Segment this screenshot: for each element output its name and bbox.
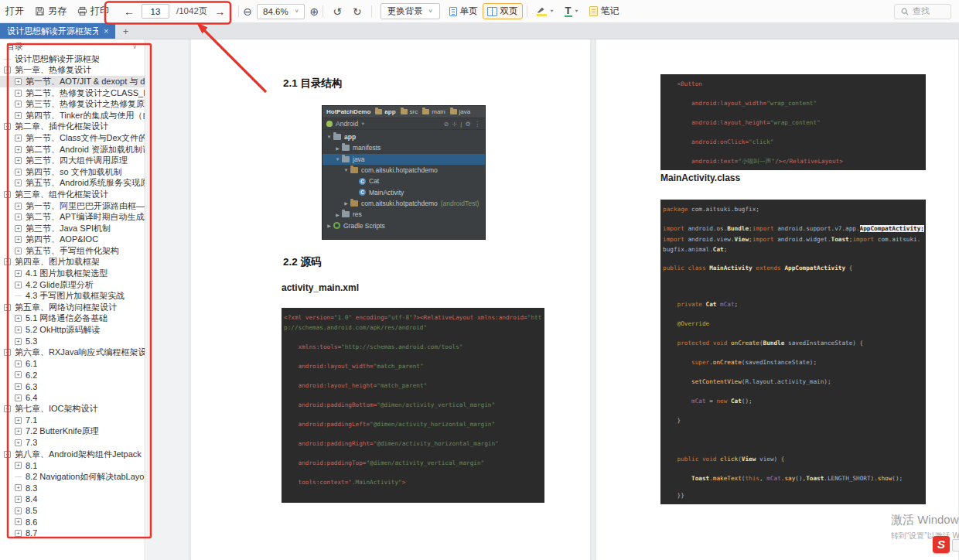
expand-icon[interactable]: + [4, 191, 11, 198]
expand-icon[interactable]: + [4, 405, 11, 412]
toc-item[interactable]: +第四章、图片加载框架 [0, 257, 145, 268]
expand-icon[interactable]: + [15, 462, 22, 469]
expand-icon[interactable]: + [15, 169, 22, 176]
toc-item[interactable]: +第一章、热修复设计 [0, 65, 145, 77]
print-button[interactable]: 打印 [72, 0, 114, 23]
toc-item[interactable]: +8.1 [0, 459, 145, 471]
expand-icon[interactable]: + [15, 530, 22, 537]
expand-icon[interactable]: + [15, 248, 22, 254]
expand-icon[interactable]: + [15, 518, 22, 525]
notes-button[interactable]: 笔记 [584, 0, 625, 23]
sogou-input-badge[interactable]: S [933, 536, 950, 553]
toc-item[interactable]: +第六章、RXJava响应式编程框架设计 [0, 347, 145, 358]
text-color-tool-button[interactable]: T ▾ [559, 0, 584, 23]
expand-icon[interactable]: + [15, 112, 22, 119]
toc-collapse-icon[interactable]: ∨ [132, 43, 137, 50]
open-button[interactable]: 打开 [0, 0, 29, 23]
tab-close-icon[interactable]: × [104, 27, 108, 36]
page-number-input[interactable] [142, 4, 169, 19]
highlighter-tool-button[interactable]: ▾ [531, 0, 559, 23]
expand-icon[interactable]: + [15, 179, 22, 186]
expand-icon[interactable]: + [15, 157, 22, 164]
toc-item[interactable]: +5.2 OkHttp源码解读 [0, 324, 145, 336]
expand-icon[interactable]: + [4, 67, 11, 73]
toc-item[interactable]: +第五节、手写组件化架构 [0, 245, 145, 257]
toc-item[interactable]: +第二节、热修复设计之CLASS_ISPREVER [0, 87, 145, 99]
expand-icon[interactable]: + [15, 417, 22, 424]
expand-icon[interactable]: + [15, 507, 22, 514]
toc-item[interactable]: +第一节、阿里巴巴开源路由框——ARout [0, 200, 145, 212]
toc-item[interactable]: +6.4 [0, 392, 145, 404]
toc-item[interactable]: +第一节、Class文件与Dex文件的结构解读 [0, 132, 145, 144]
expand-icon[interactable]: + [15, 315, 22, 322]
toc-item[interactable]: +第三节、热修复设计之热修复原理 [0, 98, 145, 110]
toc-item[interactable]: —4.3 手写图片加载框架实战 [0, 290, 145, 302]
expand-icon[interactable]: + [15, 270, 22, 277]
expand-icon[interactable]: + [15, 135, 22, 142]
toc-item[interactable]: —8.2 Navigation如何解决tabLayout问题 [0, 471, 145, 483]
toc-item[interactable]: +第八章、Android架构组件Jetpack [0, 449, 145, 460]
change-background-button[interactable]: 更换背景 ∨ [381, 3, 440, 19]
toc-item[interactable]: +4.1 图片加载框架选型 [0, 268, 145, 279]
zoom-out-button[interactable]: ⊖ [243, 6, 252, 17]
toc-item[interactable]: +6.3 [0, 381, 145, 392]
zoom-in-button[interactable]: ⊕ [309, 6, 319, 17]
toc-item[interactable]: +第五节、Android系统服务实现原理 [0, 178, 145, 190]
expand-icon[interactable]: + [15, 338, 22, 345]
zoom-level-select[interactable]: 84.6% ∨ [257, 4, 305, 19]
toc-item[interactable]: +5.1 网络通信必备基础 [0, 313, 145, 325]
expand-icon[interactable]: + [15, 213, 22, 220]
new-tab-button[interactable]: + [115, 23, 135, 39]
toc-item[interactable]: +第四节、so 文件加载机制 [0, 166, 145, 178]
toc-item[interactable]: +8.3 [0, 483, 145, 494]
prev-page-button[interactable]: ← [124, 6, 135, 17]
document-tab[interactable]: 设计思想解读开源框架无水印 × [0, 23, 115, 39]
toc-item[interactable]: +6.1 [0, 358, 145, 370]
document-viewport[interactable]: 2.1 目录结构 HotPatchDemoappsrcmainjava Andr… [146, 39, 959, 560]
expand-icon[interactable]: + [15, 439, 22, 446]
single-page-button[interactable]: 单页 [445, 3, 483, 19]
expand-icon[interactable]: + [15, 146, 22, 153]
next-page-button[interactable]: → [214, 6, 225, 17]
expand-icon[interactable]: + [4, 304, 11, 311]
expand-icon[interactable]: + [15, 90, 22, 97]
toc-item[interactable]: +8.7 [0, 528, 145, 539]
toc-item[interactable]: +第三节、四大组件调用原理 [0, 155, 145, 166]
expand-icon[interactable]: + [15, 383, 22, 390]
toc-item[interactable]: +8.4 [0, 493, 145, 505]
toc-item[interactable]: +7.1 [0, 415, 145, 426]
expand-icon[interactable]: + [15, 282, 22, 289]
toc-item[interactable]: +8.5 [0, 505, 145, 517]
toc-item[interactable]: +7.2 ButterKnife原理 [0, 426, 145, 438]
expand-icon[interactable]: + [4, 349, 11, 356]
toc-item[interactable]: +7.3 [0, 437, 145, 449]
toc-item[interactable]: +8.6 [0, 516, 145, 528]
expand-icon[interactable]: + [15, 101, 22, 108]
toc-item[interactable]: +第二章、插件化框架设计 [0, 121, 145, 133]
toc-item[interactable]: +第二节、Android 资源加载机制详解 [0, 144, 145, 155]
expand-icon[interactable]: + [15, 203, 22, 210]
toc-item[interactable]: +第七章、IOC架构设计 [0, 403, 145, 415]
toc-item[interactable]: +第三章、组件化框架设计 [0, 189, 145, 200]
double-page-button[interactable]: 双页 [483, 3, 523, 19]
toc-item[interactable]: —设计思想解读开源框架 [0, 53, 145, 65]
expand-icon[interactable]: + [15, 428, 22, 435]
expand-icon[interactable]: + [15, 78, 22, 85]
rotate-left-button[interactable]: ↺ [327, 5, 347, 18]
expand-icon[interactable]: + [15, 496, 22, 503]
toc-item[interactable]: +第二节、APT编译时期自动生成代码&动 [0, 211, 145, 223]
expand-icon[interactable]: + [15, 484, 22, 491]
rotate-right-button[interactable]: ↻ [347, 5, 367, 18]
toc-item[interactable]: +5.3 [0, 336, 145, 347]
expand-icon[interactable]: + [15, 326, 22, 333]
expand-icon[interactable]: + [4, 123, 11, 130]
expand-icon[interactable]: + [4, 258, 11, 265]
expand-icon[interactable]: + [15, 360, 22, 367]
toc-item[interactable]: +第一节、AOT/JIT & dexopt 与 dex2oa [0, 76, 145, 87]
expand-icon[interactable]: + [15, 371, 22, 378]
save-as-button[interactable]: 另存 [29, 0, 72, 23]
expand-icon[interactable]: + [15, 225, 22, 232]
toc-item[interactable]: +6.2 [0, 370, 145, 381]
expand-icon[interactable]: + [15, 236, 22, 243]
toc-item[interactable]: +第四节、Tinker的集成与使用（自动补丁 [0, 110, 145, 121]
